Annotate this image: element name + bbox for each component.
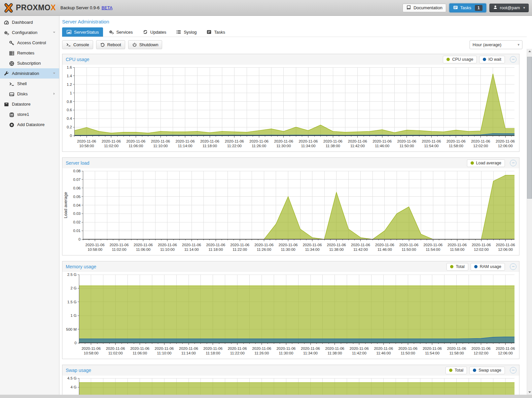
sidebar-nav: DashboardConfigurationAccess ControlRemo… — [0, 16, 59, 395]
scrollbar-thumb[interactable] — [527, 57, 532, 199]
svg-text:2020-11-06: 2020-11-06 — [496, 243, 515, 247]
chart-svg: 0500 M1 G1.5 G2 G2.5 G3 G3.5 G4 G4.5 G20… — [62, 376, 519, 395]
svg-text:2020-11-06: 2020-11-06 — [397, 139, 416, 143]
chevron-right-icon[interactable] — [52, 91, 56, 96]
svg-text:11:30:00: 11:30:00 — [279, 351, 293, 355]
svg-text:10:58:00: 10:58:00 — [84, 351, 99, 355]
gears-icon — [4, 30, 9, 35]
vertical-scrollbar[interactable] — [527, 49, 532, 395]
sidebar-item-configuration[interactable]: Configuration — [0, 27, 59, 38]
collapse-panel-button[interactable]: − — [510, 160, 516, 166]
sidebar-item-administration[interactable]: Administration — [0, 68, 59, 79]
svg-text:11:34:00: 11:34:00 — [301, 144, 315, 148]
svg-text:2 G: 2 G — [70, 286, 77, 290]
svg-text:11:54:00: 11:54:00 — [426, 248, 440, 251]
svg-text:11:42:00: 11:42:00 — [353, 248, 368, 251]
svg-text:2020-11-06: 2020-11-06 — [399, 243, 418, 247]
sidebar-item-remotes[interactable]: Remotes — [0, 48, 59, 58]
svg-text:11:10:00: 11:10:00 — [153, 144, 168, 148]
tab-label: ServerStatus — [74, 30, 99, 35]
svg-text:2020-11-06: 2020-11-06 — [130, 347, 149, 350]
svg-text:12:02:00: 12:02:00 — [474, 351, 488, 355]
panel-title: Memory usage — [66, 264, 96, 269]
svg-text:2020-11-06: 2020-11-06 — [200, 139, 219, 143]
tab-updates[interactable]: Updates — [138, 27, 170, 37]
scroll-up-arrow[interactable] — [527, 49, 532, 54]
proxmox-logo: PROXMOX — [3, 3, 56, 13]
legend-dot — [483, 58, 486, 61]
collapse-panel-button[interactable]: − — [510, 367, 516, 374]
sidebar-item-dashboard[interactable]: Dashboard — [0, 17, 59, 27]
shutdown-button[interactable]: Shutdown — [128, 40, 162, 49]
svg-text:0: 0 — [79, 237, 81, 241]
svg-text:11:06:00: 11:06:00 — [128, 144, 143, 148]
svg-text:11:54:00: 11:54:00 — [424, 144, 439, 148]
svg-text:11:58:00: 11:58:00 — [449, 144, 463, 148]
svg-text:2020-11-06: 2020-11-06 — [179, 347, 198, 350]
refresh-icon — [143, 29, 148, 35]
svg-text:11:26:00: 11:26:00 — [257, 248, 271, 251]
sidebar-item-add-datastore[interactable]: Add Datastore — [0, 119, 59, 130]
legend-label: Swap usage — [479, 368, 501, 373]
chart-plot-area: 0500 M1 G1.5 G2 G2.5 G2020-11-0610:58:00… — [62, 272, 519, 359]
svg-text:11:02:00: 11:02:00 — [112, 248, 126, 251]
chart-panel-memory-usage: Memory usageTotalRAM usage−0500 M1 G1.5 … — [62, 261, 519, 359]
tab-label: Updates — [150, 30, 166, 35]
chevron-down-icon[interactable] — [52, 71, 56, 76]
sidebar-item-label: Remotes — [17, 50, 34, 55]
chart-svg: 00.20.40.60.811.21.41.62020-11-0610:58:0… — [62, 65, 519, 151]
remotes-icon — [9, 50, 15, 56]
console-button[interactable]: Console — [62, 40, 93, 49]
sidebar-item-shell[interactable]: Shell — [0, 79, 59, 89]
svg-text:11:38:00: 11:38:00 — [328, 351, 342, 355]
sidebar-item-disks[interactable]: Disks — [0, 89, 59, 99]
svg-text:2020-11-06: 2020-11-06 — [422, 139, 441, 143]
svg-text:11:58:00: 11:58:00 — [449, 351, 464, 355]
svg-text:2020-11-06: 2020-11-06 — [230, 243, 249, 247]
tab-services[interactable]: Services — [104, 27, 137, 37]
sidebar-item-label: store1 — [17, 112, 29, 117]
legend-item-io-wait: IO wait — [479, 56, 505, 63]
svg-text:1 G: 1 G — [70, 314, 77, 317]
user-menu-button[interactable]: root@pam ▾ — [489, 4, 529, 12]
collapse-panel-button[interactable]: − — [510, 56, 516, 63]
svg-text:2020-11-06: 2020-11-06 — [472, 243, 491, 247]
tab-syslog[interactable]: Syslog — [172, 27, 201, 37]
svg-text:4 G: 4 G — [70, 385, 77, 389]
svg-text:11:06:00: 11:06:00 — [133, 351, 147, 355]
reboot-button[interactable]: Reboot — [96, 40, 125, 49]
chart-svg: 0500 M1 G1.5 G2 G2.5 G2020-11-0610:58:00… — [62, 272, 519, 359]
scroll-down-arrow[interactable] — [527, 389, 532, 395]
documentation-button[interactable]: Documentation — [403, 4, 446, 12]
terminal-icon — [9, 81, 15, 86]
collapse-panel-button[interactable]: − — [510, 263, 516, 270]
svg-text:2020-11-06: 2020-11-06 — [372, 139, 392, 143]
svg-text:2020-11-06: 2020-11-06 — [102, 139, 121, 143]
svg-text:2020-11-06: 2020-11-06 — [374, 347, 393, 350]
tab-serverstatus[interactable]: ServerStatus — [62, 27, 103, 37]
svg-text:11:14:00: 11:14:00 — [184, 248, 199, 251]
sidebar-item-datastore[interactable]: Datastore — [0, 99, 59, 109]
power-icon — [132, 42, 137, 47]
sidebar-item-access-control[interactable]: Access Control — [0, 38, 59, 48]
legend-item-load-average: Load average — [467, 159, 505, 167]
svg-text:11:02:00: 11:02:00 — [108, 351, 123, 355]
sidebar-item-store1[interactable]: store1 — [0, 109, 59, 119]
time-range-select[interactable]: Hour (average) ▾ — [470, 40, 522, 49]
chevron-down-icon[interactable] — [52, 30, 56, 35]
svg-text:2020-11-06: 2020-11-06 — [323, 139, 342, 143]
sidebar-item-subscription[interactable]: Subscription — [0, 58, 59, 68]
undo-icon — [100, 42, 105, 47]
chart-panel-swap-usage: Swap usageTotalSwap usage−0500 M1 G1.5 G… — [62, 365, 519, 395]
tasks-button[interactable]: Tasks 1 — [449, 4, 486, 12]
user-icon — [493, 5, 498, 11]
tab-tasks[interactable]: Tasks — [202, 27, 229, 37]
legend-dot — [471, 161, 474, 165]
svg-text:4.5 G: 4.5 G — [67, 376, 77, 380]
list-alt-icon — [206, 29, 212, 35]
sidebar-item-label: Access Control — [17, 40, 46, 45]
svg-text:1: 1 — [70, 91, 72, 95]
beta-link[interactable]: BETA — [102, 5, 113, 10]
legend-item-total: Total — [446, 263, 468, 271]
svg-text:2020-11-06: 2020-11-06 — [225, 139, 244, 143]
